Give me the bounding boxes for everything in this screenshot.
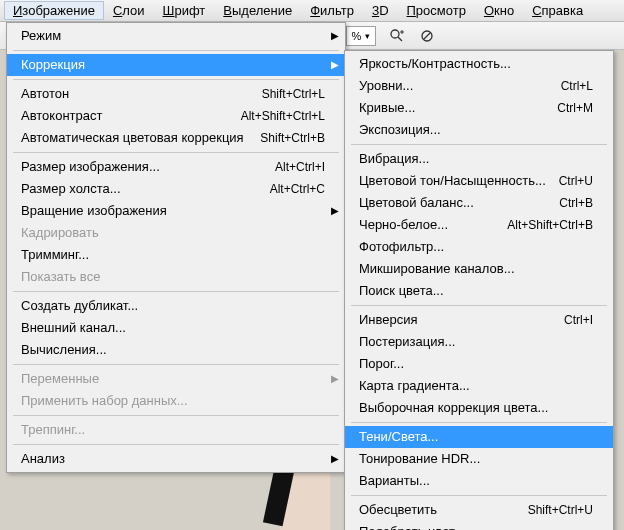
menu-item[interactable]: Вибрация... bbox=[345, 148, 613, 170]
menu-item[interactable]: Порог... bbox=[345, 353, 613, 375]
menu-item-label: Яркость/Контрастность... bbox=[359, 56, 511, 72]
menubar-item-шрифт[interactable]: Шрифт bbox=[154, 1, 215, 20]
menu-item: Переменные▶ bbox=[7, 368, 345, 390]
menu-item[interactable]: Коррекция▶ bbox=[7, 54, 345, 76]
menu-item-label: Кадрировать bbox=[21, 225, 99, 241]
menu-item[interactable]: Выборочная коррекция цвета... bbox=[345, 397, 613, 419]
menubar-item-изображение[interactable]: Изображение bbox=[4, 1, 104, 20]
tool-icon-1[interactable] bbox=[386, 26, 408, 46]
menu-item-shortcut: Ctrl+B bbox=[559, 195, 593, 211]
menu-item[interactable]: Карта градиента... bbox=[345, 375, 613, 397]
menu-item-label: Порог... bbox=[359, 356, 404, 372]
menu-item[interactable]: ОбесцветитьShift+Ctrl+U bbox=[345, 499, 613, 521]
menu-separator bbox=[13, 50, 339, 51]
menu-item[interactable]: Постеризация... bbox=[345, 331, 613, 353]
svg-line-5 bbox=[424, 33, 430, 39]
menu-item[interactable]: Кривые...Ctrl+M bbox=[345, 97, 613, 119]
menu-item[interactable]: Микширование каналов... bbox=[345, 258, 613, 280]
menubar-item-окно[interactable]: Окно bbox=[475, 1, 523, 20]
menu-separator bbox=[13, 291, 339, 292]
menu-item[interactable]: Вычисления... bbox=[7, 339, 345, 361]
menu-item-shortcut: Shift+Ctrl+B bbox=[260, 130, 325, 146]
menu-item[interactable]: ИнверсияCtrl+I bbox=[345, 309, 613, 331]
menu-separator bbox=[351, 422, 607, 423]
menu-item-label: Тримминг... bbox=[21, 247, 89, 263]
menu-item[interactable]: Цветовой тон/Насыщенность...Ctrl+U bbox=[345, 170, 613, 192]
menu-item[interactable]: Тени/Света... bbox=[345, 426, 613, 448]
menu-item[interactable]: Яркость/Контрастность... bbox=[345, 53, 613, 75]
menu-item[interactable]: Внешний канал... bbox=[7, 317, 345, 339]
menu-item-label: Режим bbox=[21, 28, 61, 44]
menu-item[interactable]: Варианты... bbox=[345, 470, 613, 492]
menu-item[interactable]: АвтоконтрастAlt+Shift+Ctrl+L bbox=[7, 105, 345, 127]
menu-item-label: Вращение изображения bbox=[21, 203, 167, 219]
menu-item[interactable]: Цветовой баланс...Ctrl+B bbox=[345, 192, 613, 214]
menu-item-shortcut: Ctrl+U bbox=[559, 173, 593, 189]
menu-item-label: Инверсия bbox=[359, 312, 418, 328]
menu-separator bbox=[13, 444, 339, 445]
menu-item[interactable]: Экспозиция... bbox=[345, 119, 613, 141]
menu-item: Кадрировать bbox=[7, 222, 345, 244]
menu-item-label: Постеризация... bbox=[359, 334, 455, 350]
menu-item[interactable]: Размер холста...Alt+Ctrl+C bbox=[7, 178, 345, 200]
menu-item-label: Анализ bbox=[21, 451, 65, 467]
menu-item[interactable]: Тонирование HDR... bbox=[345, 448, 613, 470]
zoom-percent-box[interactable]: % ▾ bbox=[346, 26, 376, 46]
menu-item-shortcut: Ctrl+M bbox=[557, 100, 593, 116]
menu-item-label: Треппинг... bbox=[21, 422, 85, 438]
menu-item[interactable]: Фотофильтр... bbox=[345, 236, 613, 258]
menu-item: Треппинг... bbox=[7, 419, 345, 441]
tool-icon-2[interactable] bbox=[416, 26, 438, 46]
menu-item[interactable]: Черно-белое...Alt+Shift+Ctrl+B bbox=[345, 214, 613, 236]
menu-item[interactable]: Вращение изображения▶ bbox=[7, 200, 345, 222]
menu-item-label: Выборочная коррекция цвета... bbox=[359, 400, 548, 416]
menu-separator bbox=[351, 495, 607, 496]
menu-item[interactable]: Размер изображения...Alt+Ctrl+I bbox=[7, 156, 345, 178]
menu-separator bbox=[351, 305, 607, 306]
menu-item[interactable]: Подобрать цвет... bbox=[345, 521, 613, 530]
menubar-item-слои[interactable]: Слои bbox=[104, 1, 154, 20]
menu-item-label: Обесцветить bbox=[359, 502, 437, 518]
menu-item-label: Внешний канал... bbox=[21, 320, 126, 336]
image-menu-dropdown: Режим▶Коррекция▶АвтотонShift+Ctrl+LАвток… bbox=[6, 22, 346, 473]
svg-point-0 bbox=[391, 30, 399, 38]
svg-line-1 bbox=[398, 37, 402, 41]
menu-item-label: Кривые... bbox=[359, 100, 415, 116]
menubar-item-справка[interactable]: Справка bbox=[523, 1, 592, 20]
menu-separator bbox=[13, 415, 339, 416]
menu-item-shortcut: Shift+Ctrl+L bbox=[262, 86, 325, 102]
menu-item-shortcut: Alt+Ctrl+I bbox=[275, 159, 325, 175]
menu-item[interactable]: Уровни...Ctrl+L bbox=[345, 75, 613, 97]
submenu-arrow-icon: ▶ bbox=[331, 57, 339, 73]
menu-separator bbox=[351, 144, 607, 145]
menu-item-label: Вычисления... bbox=[21, 342, 107, 358]
menu-item-label: Автотон bbox=[21, 86, 69, 102]
menu-item[interactable]: Автоматическая цветовая коррекцияShift+C… bbox=[7, 127, 345, 149]
menu-item[interactable]: Поиск цвета... bbox=[345, 280, 613, 302]
menu-item[interactable]: Анализ▶ bbox=[7, 448, 345, 470]
menu-item[interactable]: Создать дубликат... bbox=[7, 295, 345, 317]
menu-item-label: Тонирование HDR... bbox=[359, 451, 480, 467]
submenu-arrow-icon: ▶ bbox=[331, 371, 339, 387]
menu-item-label: Черно-белое... bbox=[359, 217, 448, 233]
menubar-item-выделение[interactable]: Выделение bbox=[214, 1, 301, 20]
menu-item[interactable]: Режим▶ bbox=[7, 25, 345, 47]
menubar-item-3d[interactable]: 3D bbox=[363, 1, 398, 20]
menubar-item-просмотр[interactable]: Просмотр bbox=[398, 1, 475, 20]
menu-item-label: Размер изображения... bbox=[21, 159, 160, 175]
submenu-arrow-icon: ▶ bbox=[331, 28, 339, 44]
submenu-arrow-icon: ▶ bbox=[331, 451, 339, 467]
menu-item[interactable]: АвтотонShift+Ctrl+L bbox=[7, 83, 345, 105]
menu-item[interactable]: Тримминг... bbox=[7, 244, 345, 266]
menu-item-shortcut: Alt+Shift+Ctrl+B bbox=[507, 217, 593, 233]
chevron-down-icon: ▾ bbox=[365, 31, 370, 41]
menu-separator bbox=[13, 79, 339, 80]
menubar-item-фильтр[interactable]: Фильтр bbox=[301, 1, 363, 20]
menu-item-label: Цветовой тон/Насыщенность... bbox=[359, 173, 546, 189]
menu-item-label: Варианты... bbox=[359, 473, 430, 489]
menu-item: Применить набор данных... bbox=[7, 390, 345, 412]
submenu-arrow-icon: ▶ bbox=[331, 203, 339, 219]
menu-item-label: Поиск цвета... bbox=[359, 283, 444, 299]
menu-item-shortcut: Ctrl+L bbox=[561, 78, 593, 94]
menu-item-label: Карта градиента... bbox=[359, 378, 470, 394]
